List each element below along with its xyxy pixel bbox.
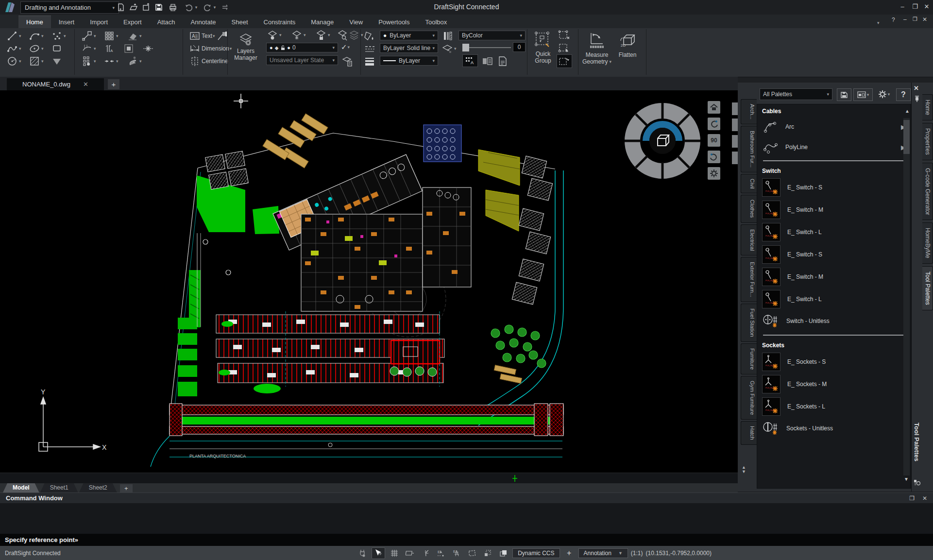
- array-options-caret[interactable]: ▾: [94, 59, 96, 64]
- linestyle-combo[interactable]: ByLayer Solid line ▾: [380, 43, 438, 53]
- quick-group-button[interactable]: Quick Group: [530, 30, 556, 64]
- side-tab-gcode[interactable]: G-code Generator: [922, 163, 933, 221]
- palette-item-switch-s[interactable]: PLN_NUM E_ Switch - S: [757, 176, 911, 199]
- layers-stack-caret[interactable]: ▾: [361, 33, 363, 37]
- ellipse-options-caret[interactable]: ▾: [41, 46, 44, 51]
- transparency-caret[interactable]: ▾: [454, 46, 457, 51]
- category-tab-clothes[interactable]: Clothes: [741, 195, 757, 222]
- command-float-icon[interactable]: ❐: [909, 495, 915, 502]
- command-input-row[interactable]: Specify reference point»: [0, 534, 933, 546]
- category-tab-fuelstation[interactable]: Fuel Station: [741, 304, 757, 342]
- view-options-button[interactable]: ▾: [853, 88, 873, 101]
- selection-preview-toggle[interactable]: [466, 548, 478, 559]
- category-tab-bathroom[interactable]: Bathroom Fur...: [741, 126, 757, 172]
- palette-scrollbar[interactable]: [903, 118, 910, 475]
- tab-view[interactable]: View: [341, 16, 371, 28]
- line-icon[interactable]: [6, 30, 18, 42]
- rotate-ccw-button[interactable]: [708, 118, 720, 130]
- navigation-wheel[interactable]: [621, 99, 704, 183]
- document-close-icon[interactable]: ✕: [83, 81, 88, 88]
- palette-help-button[interactable]: ?: [896, 88, 911, 101]
- rotate-cw-button[interactable]: [708, 151, 720, 163]
- layer-hide-caret[interactable]: ▾: [279, 33, 282, 37]
- text-icon[interactable]: A: [188, 30, 201, 42]
- drawing-canvas[interactable]: PLANTA ARQUITECTONICA Y X: [0, 90, 738, 483]
- match-properties-caret[interactable]: ▾: [139, 59, 142, 64]
- esnap-toggle[interactable]: E: [435, 548, 447, 559]
- palette-item-switch-s2[interactable]: PLN_NUM E_ Switch - S: [757, 243, 911, 266]
- palette-item-switch-l2[interactable]: PLN_NUM E_ Switch - L: [757, 288, 911, 310]
- layer-isolate-icon[interactable]: [336, 29, 349, 41]
- point-icon[interactable]: [51, 30, 63, 42]
- page-settings-icon[interactable]: [496, 55, 509, 67]
- mdi-restore-icon[interactable]: ❐: [913, 16, 917, 22]
- command-window-header[interactable]: Command Window ❐ ✕: [0, 492, 933, 503]
- tab-export[interactable]: Export: [116, 16, 150, 28]
- layer-apply-caret[interactable]: ▾: [348, 45, 350, 50]
- ccs-icon-toggle[interactable]: [481, 548, 494, 559]
- ungroup-icon[interactable]: [558, 42, 570, 53]
- flatten-button[interactable]: 2D Flatten: [615, 30, 640, 58]
- group-selection-toggle[interactable]: [557, 54, 572, 68]
- pattern-options-caret[interactable]: ▾: [116, 34, 119, 38]
- layer-current-combo[interactable]: ● ◆ ● 0 ▾: [266, 43, 338, 52]
- category-tab-hatch[interactable]: Hatch: [741, 421, 757, 445]
- layer-lock-caret[interactable]: ▾: [328, 33, 330, 37]
- transparency-slider[interactable]: [462, 44, 511, 51]
- palette-scrollbar-thumb[interactable]: [903, 120, 910, 154]
- hatch-pattern-icon[interactable]: [441, 30, 454, 42]
- dynamic-ccs-button[interactable]: Dynamic CCS: [512, 548, 560, 558]
- layer-freeze-caret[interactable]: ▾: [304, 33, 306, 37]
- palette-item-arc[interactable]: Arc ▶: [757, 117, 911, 137]
- tab-insert[interactable]: Insert: [51, 16, 83, 28]
- entity-snap-toggle[interactable]: [372, 547, 385, 559]
- command-history[interactable]: [0, 503, 933, 534]
- circle-icon[interactable]: [6, 55, 18, 67]
- line-options-caret[interactable]: ▾: [19, 34, 21, 38]
- new-sheet-button[interactable]: +: [120, 484, 133, 492]
- rectangle-icon[interactable]: [51, 43, 63, 54]
- sheet-tab-sheet2[interactable]: Sheet2: [79, 483, 117, 492]
- new-document-tab-button[interactable]: +: [108, 79, 119, 89]
- move-options-caret[interactable]: ▾: [94, 34, 96, 38]
- save-palette-button[interactable]: [837, 88, 851, 101]
- linestyle-icon[interactable]: [363, 43, 376, 54]
- side-tab-homebyme[interactable]: HomeByMe: [922, 222, 933, 264]
- layers-stack-icon[interactable]: [348, 29, 360, 41]
- layers-manager-button[interactable]: Layers Manager: [230, 31, 261, 61]
- side-tab-home[interactable]: Home: [922, 94, 933, 120]
- annotation-monitor-icon[interactable]: [481, 55, 493, 67]
- transparency-value-box[interactable]: 0: [513, 42, 526, 52]
- hatch-icon[interactable]: [28, 55, 41, 67]
- scroll-up-icon[interactable]: ▲: [905, 108, 910, 114]
- measure-geometry-button[interactable]: Measure Geometry▾: [582, 30, 612, 65]
- erase-options-caret[interactable]: ▾: [139, 34, 142, 38]
- copy-mode-toggle[interactable]: [497, 548, 509, 559]
- tab-manage[interactable]: Manage: [303, 16, 341, 28]
- add-workspace-icon[interactable]: +: [563, 548, 576, 559]
- pattern-icon[interactable]: [103, 30, 116, 42]
- move-icon[interactable]: [81, 30, 93, 42]
- circle-options-caret[interactable]: ▾: [19, 59, 21, 64]
- smart-leader-icon[interactable]: [216, 30, 228, 42]
- lineweight-icon[interactable]: [363, 55, 376, 67]
- hatch-options-caret[interactable]: ▾: [41, 59, 44, 64]
- layer-state-combo[interactable]: Unsaved Layer State ▾: [266, 55, 338, 65]
- tab-sheet[interactable]: Sheet: [224, 16, 256, 28]
- category-tab-exterior[interactable]: Exterior Furn...: [741, 257, 757, 302]
- transparency-icon[interactable]: [441, 43, 454, 54]
- etrack-toggle[interactable]: E: [450, 548, 463, 559]
- document-tab[interactable]: NONAME_0.dwg ✕: [7, 78, 104, 90]
- match-properties-icon[interactable]: [126, 55, 139, 67]
- view-settings-gear-icon[interactable]: [708, 167, 720, 180]
- category-tab-electrical[interactable]: Electrical: [741, 224, 757, 256]
- centerline-icon[interactable]: [188, 55, 201, 67]
- ellipse-icon[interactable]: [28, 43, 41, 54]
- view-home-button[interactable]: [708, 101, 720, 114]
- split-icon[interactable]: A: [103, 43, 116, 54]
- tab-home[interactable]: Home: [18, 16, 51, 28]
- edit-group-icon[interactable]: [558, 29, 570, 41]
- side-tab-properties[interactable]: Properties: [922, 123, 933, 160]
- palette-item-switch-unitless[interactable]: Switch - Unitless: [757, 310, 911, 332]
- palette-item-switch-m[interactable]: PLN_NUM E_ Switch - M: [757, 199, 911, 221]
